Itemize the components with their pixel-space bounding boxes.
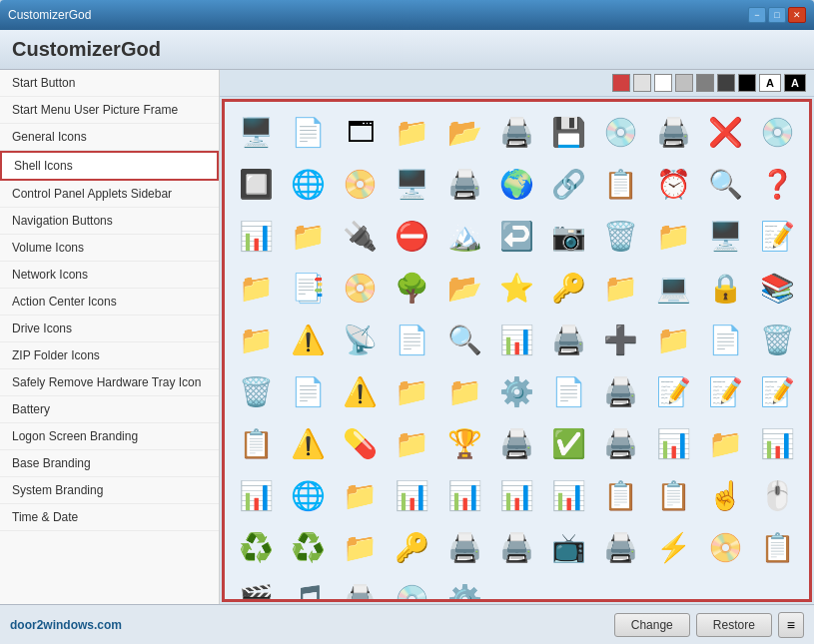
sidebar-item-base-branding[interactable]: Base Branding [0, 450, 219, 477]
color-swatch-2[interactable] [654, 74, 672, 92]
icon-cell-96[interactable]: ⚡ [648, 523, 698, 573]
icon-cell-51[interactable]: ➕ [596, 316, 646, 365]
sidebar-item-time-date[interactable]: Time & Date [0, 504, 219, 531]
icon-cell-13[interactable]: 📀 [336, 160, 386, 210]
icon-cell-46[interactable]: 📡 [336, 316, 386, 365]
icon-cell-26[interactable]: 🏔️ [439, 212, 489, 262]
icon-cell-47[interactable]: 📄 [388, 316, 437, 365]
sidebar-item-logon-branding[interactable]: Logon Screen Branding [0, 423, 219, 450]
icon-cell-54[interactable]: 🗑️ [753, 316, 803, 365]
icon-cell-53[interactable]: 📄 [700, 316, 750, 365]
icon-cell-95[interactable]: 🖨️ [596, 523, 646, 573]
icon-cell-59[interactable]: 📁 [439, 367, 489, 417]
icons-container[interactable]: 🖥️📄🗔📁📂🖨️💾💿🖨️❌💿🔲🌐📀🖥️🖨️🌍🔗📋⏰🔍❓📊📁🔌⛔🏔️↩️📷🗑️📁🖥… [222, 99, 812, 602]
icon-cell-18[interactable]: 📋 [596, 160, 646, 210]
icon-cell-76[interactable]: 📊 [753, 419, 803, 469]
icon-cell-100[interactable]: 🎵 [283, 575, 333, 602]
sidebar-item-drive-icons[interactable]: Drive Icons [0, 316, 219, 342]
sidebar-item-system-branding[interactable]: System Branding [0, 477, 219, 504]
sidebar-item-navigation-buttons[interactable]: Navigation Buttons [0, 208, 219, 235]
icon-cell-81[interactable]: 📊 [439, 471, 489, 521]
icon-cell-43[interactable]: 📚 [753, 264, 803, 314]
icon-cell-6[interactable]: 💾 [544, 108, 594, 158]
icon-cell-97[interactable]: 📀 [700, 523, 750, 573]
icon-cell-94[interactable]: 📺 [544, 523, 594, 573]
color-swatch-4[interactable] [696, 74, 714, 92]
icon-cell-80[interactable]: 📊 [388, 471, 437, 521]
icon-cell-92[interactable]: 🖨️ [439, 523, 489, 573]
icon-cell-11[interactable]: 🔲 [231, 160, 281, 210]
icon-cell-28[interactable]: 📷 [544, 212, 594, 262]
sidebar-item-zip-folder-icons[interactable]: ZIP Folder Icons [0, 342, 219, 369]
menu-button[interactable]: ≡ [778, 612, 804, 638]
icon-cell-42[interactable]: 🔒 [700, 264, 750, 314]
icon-cell-37[interactable]: 📂 [439, 264, 489, 314]
icon-cell-2[interactable]: 🗔 [336, 108, 386, 158]
icon-cell-60[interactable]: ⚙️ [491, 367, 541, 417]
icon-cell-36[interactable]: 🌳 [388, 264, 437, 314]
icon-cell-35[interactable]: 📀 [336, 264, 386, 314]
text-swatch-1[interactable]: A [784, 74, 806, 92]
sidebar-item-shell-icons[interactable]: Shell Icons [0, 151, 219, 181]
icon-cell-86[interactable]: ☝️ [700, 471, 750, 521]
icon-cell-52[interactable]: 📁 [648, 316, 698, 365]
icon-cell-82[interactable]: 📊 [491, 471, 541, 521]
icon-cell-57[interactable]: ⚠️ [336, 367, 386, 417]
icon-cell-8[interactable]: 🖨️ [648, 108, 698, 158]
icon-cell-25[interactable]: ⛔ [388, 212, 437, 262]
icon-cell-40[interactable]: 📁 [596, 264, 646, 314]
icon-cell-1[interactable]: 📄 [283, 108, 333, 158]
icon-cell-73[interactable]: 🖨️ [596, 419, 646, 469]
icon-cell-77[interactable]: 📊 [231, 471, 281, 521]
icon-cell-29[interactable]: 🗑️ [596, 212, 646, 262]
icon-cell-74[interactable]: 📊 [648, 419, 698, 469]
icon-cell-10[interactable]: 💿 [753, 108, 803, 158]
icon-cell-38[interactable]: ⭐ [491, 264, 541, 314]
icon-cell-67[interactable]: ⚠️ [283, 419, 333, 469]
icon-cell-34[interactable]: 📑 [283, 264, 333, 314]
icon-cell-93[interactable]: 🖨️ [491, 523, 541, 573]
icon-cell-89[interactable]: ♻️ [283, 523, 333, 573]
icon-cell-30[interactable]: 📁 [648, 212, 698, 262]
icon-cell-79[interactable]: 📁 [336, 471, 386, 521]
maximize-button[interactable]: □ [768, 7, 786, 23]
icon-cell-85[interactable]: 📋 [648, 471, 698, 521]
icon-cell-103[interactable]: ⚙️ [439, 575, 489, 602]
icon-cell-15[interactable]: 🖨️ [439, 160, 489, 210]
icon-cell-63[interactable]: 📝 [648, 367, 698, 417]
sidebar-item-general-icons[interactable]: General Icons [0, 124, 219, 151]
text-swatch-0[interactable]: A [759, 74, 781, 92]
icon-cell-16[interactable]: 🌍 [491, 160, 541, 210]
icon-cell-44[interactable]: 📁 [231, 316, 281, 365]
icon-cell-61[interactable]: 📄 [544, 367, 594, 417]
icon-cell-98[interactable]: 📋 [753, 523, 803, 573]
icon-cell-19[interactable]: ⏰ [648, 160, 698, 210]
icon-cell-5[interactable]: 🖨️ [491, 108, 541, 158]
icon-cell-91[interactable]: 🔑 [388, 523, 437, 573]
icon-cell-14[interactable]: 🖥️ [388, 160, 437, 210]
close-button[interactable]: ✕ [788, 7, 806, 23]
icon-cell-84[interactable]: 📋 [596, 471, 646, 521]
icon-cell-75[interactable]: 📁 [700, 419, 750, 469]
icon-cell-27[interactable]: ↩️ [491, 212, 541, 262]
icon-cell-55[interactable]: 🗑️ [231, 367, 281, 417]
icon-cell-68[interactable]: 💊 [336, 419, 386, 469]
icon-cell-7[interactable]: 💿 [596, 108, 646, 158]
sidebar-item-safely-remove[interactable]: Safely Remove Hardware Tray Icon [0, 369, 219, 396]
icon-cell-66[interactable]: 📋 [231, 419, 281, 469]
icon-cell-102[interactable]: 💿 [388, 575, 437, 602]
icon-cell-0[interactable]: 🖥️ [231, 108, 281, 158]
icon-cell-20[interactable]: 🔍 [700, 160, 750, 210]
color-swatch-0[interactable] [612, 74, 630, 92]
icon-cell-65[interactable]: 📝 [753, 367, 803, 417]
icon-cell-56[interactable]: 📄 [283, 367, 333, 417]
sidebar-item-volume-icons[interactable]: Volume Icons [0, 235, 219, 262]
icon-cell-17[interactable]: 🔗 [544, 160, 594, 210]
icon-cell-70[interactable]: 🏆 [439, 419, 489, 469]
icon-cell-49[interactable]: 📊 [491, 316, 541, 365]
icon-cell-41[interactable]: 💻 [648, 264, 698, 314]
icon-cell-31[interactable]: 🖥️ [700, 212, 750, 262]
restore-button[interactable]: Restore [696, 613, 772, 637]
icon-cell-3[interactable]: 📁 [388, 108, 437, 158]
icon-cell-23[interactable]: 📁 [283, 212, 333, 262]
